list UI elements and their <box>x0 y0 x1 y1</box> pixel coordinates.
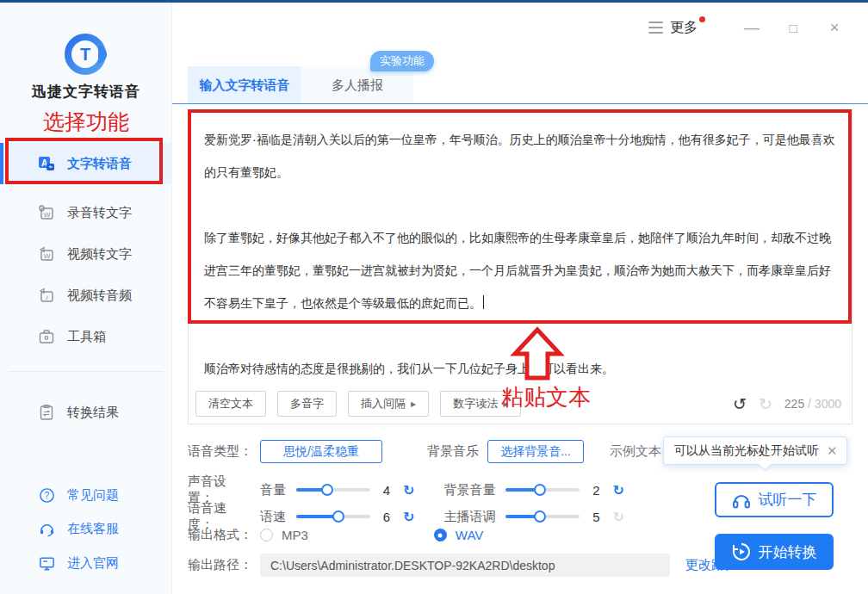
tone-reset-icon-disabled: ↻ <box>612 509 623 525</box>
undo-icon[interactable]: ↺ <box>733 394 747 414</box>
radio-mp3[interactable] <box>260 529 273 541</box>
video-to-text-icon: W <box>38 245 55 263</box>
paragraph: 爱新觉罗·福临是清朝入关以后的第一位皇帝，年号顺治。历史上的顺治皇帝十分地痴情，… <box>204 123 836 189</box>
bg-volume-reset-icon[interactable]: ↻ <box>612 482 623 498</box>
bg-volume-slider[interactable] <box>505 488 580 492</box>
volume-slider-thumb[interactable] <box>321 484 333 496</box>
sidebar-item-label: 视频转文字 <box>67 246 132 263</box>
speed-slider[interactable] <box>296 515 370 518</box>
tooltip-text: 可以从当前光标处开始试听 <box>674 443 819 459</box>
play-convert-icon <box>732 542 751 561</box>
sidebar-item-toolbox[interactable]: 工具箱 <box>0 316 172 357</box>
svg-text:?: ? <box>44 491 49 500</box>
redo-icon[interactable]: ↻ <box>759 394 772 414</box>
svg-text:T: T <box>80 45 90 64</box>
sidebar-item-label: 转换结果 <box>67 405 119 421</box>
volume-label: 音量 <box>260 482 286 498</box>
preview-tooltip: 可以从当前光标处开始试听 ✕ <box>663 436 847 465</box>
app-window: T 迅捷文字转语音 选择功能 A 文字转语音 W 录音转文字 W 视频转文字 <box>0 0 868 594</box>
tab-multi-anchor[interactable]: 多人播报 <box>301 66 413 104</box>
sidebar-item-label: 进入官网 <box>67 555 119 572</box>
preview-button[interactable]: 试听一下 <box>715 482 834 517</box>
text-caret <box>483 295 484 309</box>
svg-text:♪: ♪ <box>45 293 49 301</box>
annotation-arrow-up <box>510 326 565 385</box>
sidebar-item-conversion-results[interactable]: 转换结果 <box>0 392 172 433</box>
bg-volume-value: 2 <box>590 483 602 498</box>
sidebar-item-video-to-text[interactable]: W 视频转文字 <box>0 233 172 275</box>
audio-to-text-icon: W <box>38 204 55 221</box>
more-label: 更多 <box>670 19 698 37</box>
bgm-select-button[interactable]: 选择背景音... <box>487 440 584 463</box>
sidebar-item-official-website[interactable]: 进入官网 <box>0 547 172 579</box>
tone-slider[interactable] <box>505 515 580 518</box>
notification-dot <box>699 16 705 22</box>
experimental-feature-badge: 实验功能 <box>370 51 434 71</box>
volume-reset-icon[interactable]: ↻ <box>403 482 414 498</box>
window-top-accent <box>0 0 868 3</box>
text-to-speech-icon: A <box>38 155 55 172</box>
svg-text:W: W <box>44 211 51 219</box>
toolbox-icon <box>38 328 55 345</box>
output-path-label: 输出路径： <box>188 557 260 573</box>
more-menu-button[interactable]: 更多 <box>648 19 698 37</box>
tone-value: 5 <box>590 510 602 524</box>
voice-type-label: 语音类型： <box>188 443 260 460</box>
speed-value: 6 <box>381 510 393 524</box>
titlebar: 更多 — □ × <box>172 3 868 53</box>
start-convert-button[interactable]: 开始转换 <box>715 534 834 570</box>
minimize-button[interactable]: — <box>742 20 761 35</box>
output-path-row: 输出路径： C:\Users\Administrator.DESKTOP-92K… <box>188 554 737 577</box>
svg-text:W: W <box>44 252 51 260</box>
sidebar-item-label: 视频转音频 <box>67 288 132 304</box>
tooltip-close-icon[interactable]: ✕ <box>827 443 838 459</box>
annotation-paste-text: 粘贴文本 <box>501 382 591 412</box>
bgm-label: 背景音乐 <box>427 443 479 460</box>
maximize-button[interactable]: □ <box>784 22 803 34</box>
sidebar-item-label: 录音转文字 <box>67 205 132 221</box>
tone-label: 主播语调 <box>443 509 495 525</box>
main-panel: 更多 — □ × 输入文字转语音 多人播报 实验功能 爱新觉罗·福临是清朝入关以… <box>172 3 868 594</box>
volume-slider[interactable] <box>296 488 370 492</box>
sidebar-divider <box>9 371 164 372</box>
volume-value: 4 <box>381 483 393 498</box>
headset-icon <box>38 520 55 537</box>
question-icon: ? <box>38 486 55 504</box>
sidebar-item-label: 文字转语音 <box>67 156 132 172</box>
mp3-label[interactable]: MP3 <box>282 528 308 542</box>
speed-reset-icon[interactable]: ↻ <box>403 509 414 525</box>
annotation-select-function: 选择功能 <box>0 108 172 136</box>
close-button[interactable]: × <box>825 20 844 35</box>
output-path-field[interactable]: C:\Users\Administrator.DESKTOP-92KA2RD\d… <box>260 554 670 577</box>
radio-wav-selected[interactable] <box>434 529 447 541</box>
sidebar-item-online-support[interactable]: 在线客服 <box>0 512 172 545</box>
headphones-icon <box>732 492 751 509</box>
sidebar: T 迅捷文字转语音 选择功能 A 文字转语音 W 录音转文字 W 视频转文字 <box>0 3 172 594</box>
sidebar-item-label: 常见问题 <box>67 487 119 504</box>
tab-text-input-tts[interactable]: 输入文字转语音 <box>188 66 301 104</box>
caret-right-icon: ▶ <box>411 400 416 408</box>
speed-slider-thumb[interactable] <box>332 510 344 523</box>
insert-pause-button[interactable]: 插入间隔▶ <box>348 391 429 417</box>
sidebar-item-video-to-audio[interactable]: ♪ 视频转音频 <box>0 275 172 316</box>
sidebar-item-faq[interactable]: ? 常见问题 <box>0 479 172 511</box>
results-icon <box>38 404 55 421</box>
clear-text-button[interactable]: 清空文本 <box>195 391 266 417</box>
sidebar-item-text-to-speech[interactable]: A 文字转语音 <box>0 143 172 184</box>
sidebar-item-label: 在线客服 <box>67 521 119 537</box>
monitor-icon <box>38 554 55 572</box>
polyphone-button[interactable]: 多音字 <box>277 391 337 417</box>
voice-type-button[interactable]: 思悦/温柔稳重 <box>260 440 382 463</box>
wav-label[interactable]: WAV <box>456 528 484 542</box>
voice-type-row: 语音类型： 思悦/温柔稳重 背景音乐 选择背景音... <box>188 440 584 463</box>
paragraph: 除了董鄂妃，好像其他妃子都入不了他的眼似的，比如康熙帝的生母孝康章皇后，她陪伴了… <box>204 221 836 319</box>
sidebar-item-audio-to-text[interactable]: W 录音转文字 <box>0 192 172 233</box>
sample-text-label: 示例文本 <box>610 443 661 460</box>
output-format-row: 输出格式： MP3 WAV <box>188 527 483 543</box>
app-name: 迅捷文字转语音 <box>0 82 172 102</box>
bg-volume-slider-thumb[interactable] <box>534 484 546 496</box>
video-to-audio-icon: ♪ <box>38 287 55 304</box>
tab-bar: 输入文字转语音 多人播报 实验功能 <box>188 66 868 104</box>
bg-volume-label: 背景音量 <box>443 482 495 498</box>
tone-slider-thumb[interactable] <box>534 510 546 523</box>
